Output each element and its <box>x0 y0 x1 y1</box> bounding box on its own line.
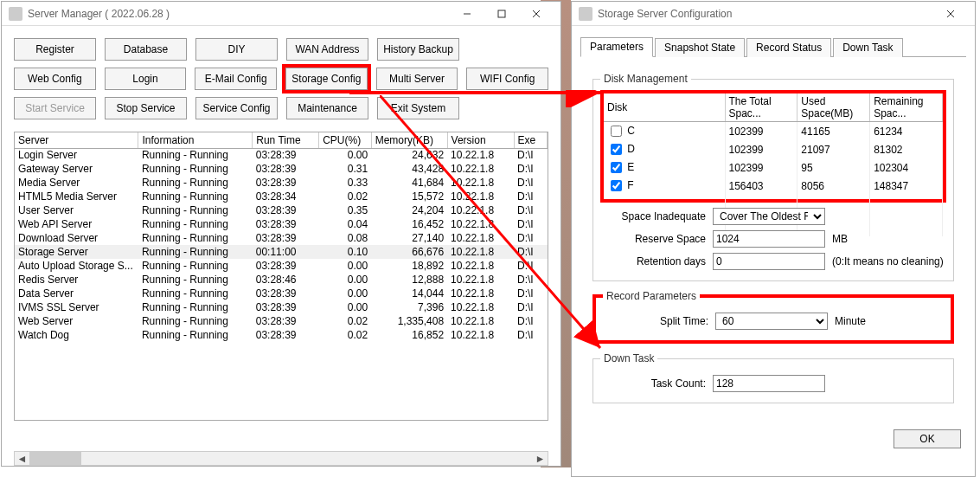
maintenance-button[interactable]: Maintenance <box>286 97 368 119</box>
retention-days-label: Retention days <box>600 255 713 268</box>
table-row[interactable]: Download ServerRunning - Running03:28:39… <box>15 231 548 245</box>
scroll-left-icon[interactable]: ◄ <box>15 452 29 465</box>
login-button[interactable]: Login <box>105 68 187 90</box>
retention-days-input[interactable] <box>713 253 825 270</box>
table-row[interactable]: C1023994116561234 <box>604 122 943 141</box>
wan-address-button[interactable]: WAN Address <box>286 38 368 61</box>
down-task-group: Down Task Task Count: <box>592 352 954 403</box>
minimize-button[interactable] <box>450 3 484 24</box>
email-config-button[interactable]: E-Mail Config <box>195 68 277 90</box>
horizontal-scrollbar[interactable]: ◄ ► <box>14 451 548 466</box>
col-disk[interactable]: Disk <box>604 93 725 122</box>
app-icon <box>579 7 592 21</box>
record-parameters-group: Record Parameters Split Time: 60 Minute <box>592 290 954 344</box>
table-row[interactable]: Data ServerRunning - Running03:28:390.00… <box>15 287 548 300</box>
web-config-button[interactable]: Web Config <box>14 68 96 90</box>
tab-down-task[interactable]: Down Task <box>833 38 902 57</box>
tab-snapshot-state[interactable]: Snapshot State <box>655 38 745 57</box>
table-row[interactable]: F1564038056148347 <box>604 177 943 195</box>
table-row[interactable]: Redis ServerRunning - Running03:28:460.0… <box>15 273 548 287</box>
task-count-label: Task Count: <box>600 377 713 390</box>
table-row[interactable]: IVMS SSL ServerRunning - Running03:28:39… <box>15 300 548 314</box>
wifi-config-button[interactable]: WIFI Config <box>466 68 548 90</box>
window-title: Server Manager ( 2022.06.28 ) <box>28 8 450 20</box>
close-button[interactable] <box>933 3 968 24</box>
split-time-select[interactable]: 60 <box>715 313 828 330</box>
table-row[interactable]: HTML5 Media ServerRunning - Running03:28… <box>15 190 548 203</box>
start-service-button[interactable]: Start Service <box>14 97 96 119</box>
server-manager-window: Server Manager ( 2022.06.28 ) Register D… <box>1 1 561 467</box>
col-info[interactable]: Information <box>138 132 253 148</box>
reserve-space-unit: MB <box>832 233 848 245</box>
disk-table[interactable]: Disk The Total Spac... Used Space(MB) Re… <box>600 90 946 203</box>
maximize-button[interactable] <box>484 3 519 24</box>
reserve-space-input[interactable] <box>713 230 825 248</box>
col-exe[interactable]: Exe <box>514 132 548 148</box>
split-time-unit: Minute <box>835 315 866 327</box>
stop-service-button[interactable]: Stop Service <box>105 97 187 119</box>
table-row[interactable]: E10239995102304 <box>604 158 943 177</box>
col-version[interactable]: Version <box>447 132 514 148</box>
tab-parameters[interactable]: Parameters <box>580 37 653 57</box>
table-row[interactable]: User ServerRunning - Running03:28:390.35… <box>15 203 548 217</box>
diy-button[interactable]: DIY <box>195 38 278 61</box>
col-memory[interactable]: Memory(KB) <box>371 132 447 148</box>
scroll-right-icon[interactable]: ► <box>533 452 548 465</box>
history-backup-button[interactable]: History Backup <box>377 38 459 61</box>
tab-record-status[interactable]: Record Status <box>746 38 831 57</box>
disk-management-group: Disk Management Disk The Total Spac... U… <box>592 73 954 281</box>
titlebar: Server Manager ( 2022.06.28 ) <box>2 2 560 26</box>
parameters-panel: Disk Management Disk The Total Spac... U… <box>580 62 966 419</box>
col-total[interactable]: The Total Spac... <box>725 93 797 122</box>
col-remaining[interactable]: Remaining Spac... <box>870 93 943 122</box>
reserve-space-label: Reserve Space <box>600 233 713 245</box>
record-parameters-legend: Record Parameters <box>603 290 700 302</box>
exit-system-button[interactable]: Exit System <box>377 97 459 119</box>
disk-checkbox[interactable] <box>611 162 622 173</box>
col-cpu[interactable]: CPU(%) <box>319 132 371 148</box>
toolbar: Register Database DIY WAN Address Histor… <box>2 26 560 132</box>
table-row[interactable]: Auto Upload Storage S...Running - Runnin… <box>15 259 548 273</box>
col-runtime[interactable]: Run Time <box>253 132 319 148</box>
table-row[interactable]: Web API ServerRunning - Running03:28:390… <box>15 217 548 231</box>
col-used[interactable]: Used Space(MB) <box>797 93 870 122</box>
svg-rect-1 <box>498 10 505 17</box>
table-row[interactable]: Web ServerRunning - Running03:28:390.021… <box>15 314 548 328</box>
down-task-legend: Down Task <box>600 352 657 364</box>
close-button[interactable] <box>519 3 554 24</box>
service-config-button[interactable]: Service Config <box>195 97 278 119</box>
app-icon <box>9 7 22 21</box>
retention-days-hint: (0:It means no cleaning) <box>832 255 944 268</box>
split-time-label: Split Time: <box>603 315 715 327</box>
table-row[interactable]: Media ServerRunning - Running03:28:390.3… <box>15 176 548 190</box>
col-server[interactable]: Server <box>15 132 138 148</box>
multi-server-button[interactable]: Multi Server <box>376 68 458 90</box>
window-title: Storage Server Configuration <box>598 8 933 20</box>
disk-checkbox[interactable] <box>611 180 622 191</box>
disk-management-legend: Disk Management <box>600 73 691 85</box>
table-row[interactable]: Login ServerRunning - Running03:28:390.0… <box>15 148 548 162</box>
disk-checkbox[interactable] <box>611 126 622 137</box>
space-inadequate-label: Space Inadequate <box>600 210 713 222</box>
table-row[interactable]: Storage ServerRunning - Running00:11:000… <box>15 245 548 259</box>
database-button[interactable]: Database <box>105 38 187 61</box>
config-tabs: Parameters Snapshot State Record Status … <box>580 36 966 57</box>
storage-config-button[interactable]: Storage Config <box>285 68 368 90</box>
disk-checkbox[interactable] <box>611 144 622 155</box>
table-row[interactable]: D1023992109781302 <box>604 140 943 158</box>
task-count-input[interactable] <box>713 375 825 392</box>
ok-button[interactable]: OK <box>894 429 961 448</box>
scroll-thumb[interactable] <box>29 452 81 465</box>
server-grid[interactable]: Server Information Run Time CPU(%) Memor… <box>14 132 548 421</box>
titlebar: Storage Server Configuration <box>572 2 975 26</box>
register-button[interactable]: Register <box>14 38 96 61</box>
storage-config-window: Storage Server Configuration Parameters … <box>571 1 976 477</box>
space-inadequate-select[interactable]: Cover The Oldest Files <box>713 208 825 225</box>
table-row[interactable]: Gateway ServerRunning - Running03:28:390… <box>15 162 548 176</box>
table-row[interactable]: Watch DogRunning - Running03:28:390.0216… <box>15 328 548 342</box>
